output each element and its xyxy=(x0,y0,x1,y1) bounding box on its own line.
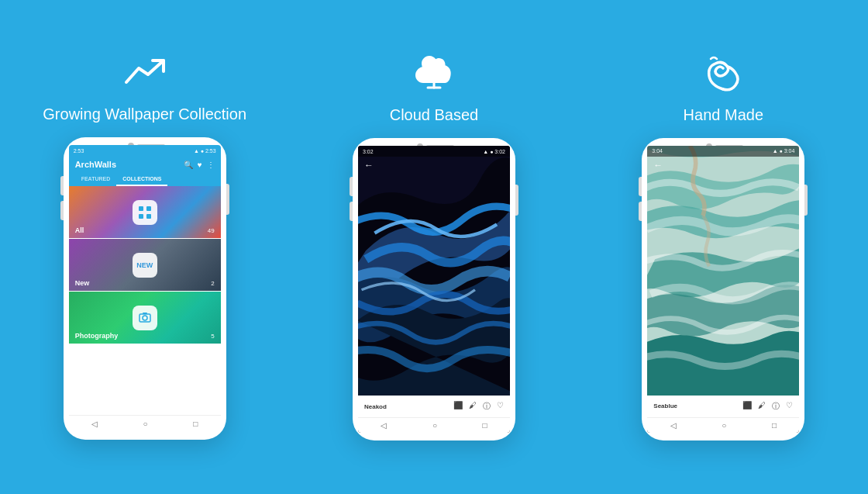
statusbar-1: 2:53 ▲ ● 2:53 xyxy=(69,145,221,156)
bottom-bar-3: Seablue ⬛ 🖌 ⓘ ♡ xyxy=(647,396,799,417)
status-time-2: 3:02 xyxy=(363,149,374,154)
feature-title-1: Growing Wallpaper Collection xyxy=(43,105,246,123)
heart-icon-2[interactable]: ♡ xyxy=(497,401,504,412)
apply-icon-2[interactable]: 🖌 xyxy=(469,401,477,412)
back-nav-1[interactable]: ◁ xyxy=(91,420,98,428)
more-icon[interactable]: ⋮ xyxy=(207,161,215,169)
collection-new-count: 2 xyxy=(211,280,214,287)
save-icon-2[interactable]: ⬛ xyxy=(453,401,463,412)
heart-icon-3[interactable]: ♡ xyxy=(786,401,793,412)
phone-2: 3:02 ▲ ● 3:02 ← xyxy=(353,138,515,440)
phone-1: 2:53 ▲ ● 2:53 ArchWalls 🔍 ♥ ⋮ FEATURED C… xyxy=(64,137,226,440)
feature-column-1: Growing Wallpaper Collection 2:53 ▲ ● 2:… xyxy=(13,54,277,440)
apply-icon-3[interactable]: 🖌 xyxy=(758,401,766,412)
status-icons-3: ▲ ● 3:04 xyxy=(773,148,795,154)
collection-photography[interactable]: Photography 5 xyxy=(69,292,221,344)
collection-all-icon xyxy=(133,200,157,225)
recents-nav-1[interactable]: □ xyxy=(193,420,198,428)
collection-new-label: New xyxy=(75,279,90,287)
wallpaper-actions-2: ⬛ 🖌 ⓘ ♡ xyxy=(453,401,504,412)
collection-photo-count: 5 xyxy=(211,333,214,340)
wallpaper-name-2: Neakod xyxy=(364,403,387,410)
tabs-1: FEATURED COLLECTIONS xyxy=(69,173,221,186)
bottom-bar-2: Neakod ⬛ 🖌 ⓘ ♡ xyxy=(358,396,510,417)
back-nav-3[interactable]: ◁ xyxy=(670,421,677,430)
app-title-1: ArchWalls xyxy=(75,160,116,169)
feature-title-2: Cloud Based xyxy=(390,106,479,124)
svg-rect-3 xyxy=(146,214,151,219)
wallpaper-area-3 xyxy=(647,146,799,396)
back-button-3[interactable]: ← xyxy=(653,160,663,171)
tab-collections[interactable]: COLLECTIONS xyxy=(116,173,167,186)
statusbar-3: 3:04 ▲ ● 3:04 xyxy=(647,146,799,157)
collection-all-label: All xyxy=(75,226,84,234)
wallpaper-name-3: Seablue xyxy=(653,402,677,409)
collection-new-icon: NEW xyxy=(133,253,157,278)
collection-all[interactable]: All 49 xyxy=(69,186,221,239)
status-icons-2: ▲ ● 3:02 xyxy=(483,149,505,154)
collection-photo-label: Photography xyxy=(75,332,119,340)
bottom-nav-3: ◁ ○ □ xyxy=(647,417,799,433)
feature-title-3: Hand Made xyxy=(684,106,763,124)
home-nav-2[interactable]: ○ xyxy=(432,421,437,430)
status-icons-1: ▲ ● 2:53 xyxy=(194,148,216,154)
recents-nav-2[interactable]: □ xyxy=(483,421,487,430)
back-button-2[interactable]: ← xyxy=(364,160,374,171)
home-nav-1[interactable]: ○ xyxy=(143,420,148,428)
handmade-icon xyxy=(703,54,743,98)
save-icon-3[interactable]: ⬛ xyxy=(742,401,752,412)
collection-new[interactable]: NEW New 2 xyxy=(69,239,221,292)
tab-featured[interactable]: FEATURED xyxy=(75,173,117,186)
collection-photo-icon xyxy=(133,306,157,330)
bottom-nav-1: ◁ ○ □ xyxy=(69,415,221,432)
back-nav-2[interactable]: ◁ xyxy=(381,421,387,430)
collection-all-count: 49 xyxy=(208,227,215,234)
svg-rect-6 xyxy=(143,313,147,314)
info-icon-2[interactable]: ⓘ xyxy=(483,401,491,412)
cloud-download-icon xyxy=(412,54,456,98)
trending-up-icon xyxy=(123,54,167,98)
favorite-icon[interactable]: ♥ xyxy=(198,161,202,169)
bottom-nav-2: ◁ ○ □ xyxy=(358,417,510,433)
home-nav-3[interactable]: ○ xyxy=(722,421,726,430)
recents-nav-3[interactable]: □ xyxy=(772,421,777,430)
toolbar-1: ArchWalls 🔍 ♥ ⋮ xyxy=(69,156,221,173)
info-icon-3[interactable]: ⓘ xyxy=(772,401,780,412)
feature-column-3: Hand Made 3:04 ▲ ● 3:04 ← xyxy=(591,54,855,440)
collections-list: All 49 NEW New 2 xyxy=(69,186,221,415)
wallpaper-actions-3: ⬛ 🖌 ⓘ ♡ xyxy=(742,401,793,412)
svg-rect-0 xyxy=(139,206,143,211)
feature-column-2: Cloud Based 3:02 ▲ ● 3:02 ← xyxy=(302,54,566,440)
toolbar-icons-1: 🔍 ♥ ⋮ xyxy=(184,161,215,169)
search-icon[interactable]: 🔍 xyxy=(184,161,193,169)
statusbar-2: 3:02 ▲ ● 3:02 xyxy=(358,146,510,157)
wallpaper-area-2 xyxy=(358,146,510,396)
status-time-1: 2:53 xyxy=(74,148,84,154)
phone-3: 3:04 ▲ ● 3:04 ← xyxy=(642,138,804,440)
phone-screen-2: 3:02 ▲ ● 3:02 ← xyxy=(358,146,510,433)
svg-point-5 xyxy=(143,316,147,320)
svg-rect-1 xyxy=(146,206,151,211)
status-time-3: 3:04 xyxy=(652,148,663,154)
phone-screen-1: 2:53 ▲ ● 2:53 ArchWalls 🔍 ♥ ⋮ FEATURED C… xyxy=(69,145,221,432)
svg-rect-2 xyxy=(139,214,143,219)
phone-screen-3: 3:04 ▲ ● 3:04 ← xyxy=(647,146,799,433)
